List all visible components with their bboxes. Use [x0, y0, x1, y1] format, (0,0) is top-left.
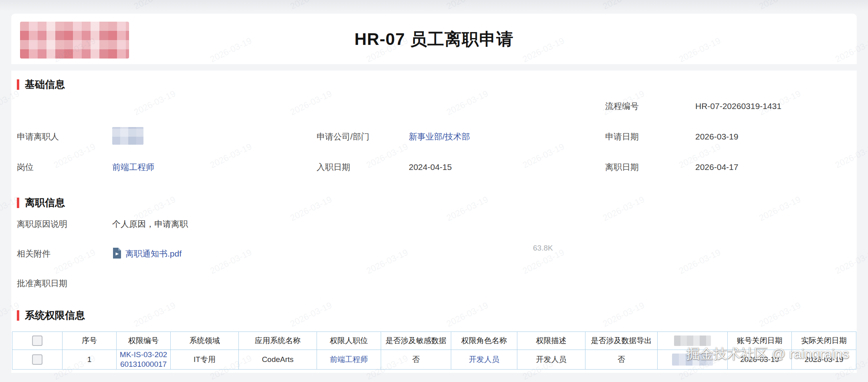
cell-app-name: CodeArts: [239, 350, 317, 370]
pdf-icon: [112, 247, 122, 261]
section-accent-bar: [17, 79, 19, 90]
row-approved-date: 批准离职日期: [11, 269, 857, 298]
company-dept-link[interactable]: 新事业部/技术部: [409, 132, 470, 141]
cell-data-export: 否: [585, 350, 658, 370]
header-perm-position: 权限人职位: [317, 332, 381, 350]
section-permissions-info: 系统权限信息: [11, 298, 857, 322]
entry-date-value: 2024-04-15: [409, 162, 605, 172]
attachment-link[interactable]: 离职通知书.pdf: [112, 247, 182, 261]
leave-date-label: 离职日期: [605, 162, 695, 173]
header-domain: 系统领域: [171, 332, 239, 350]
row-reason: 离职原因说明 个人原因，申请离职: [11, 209, 857, 239]
section-resign-info: 离职信息: [11, 182, 857, 209]
approved-date-label: 批准离职日期: [17, 278, 112, 289]
section-basic-title: 基础信息: [25, 78, 65, 91]
header-data-export: 是否涉及数据导出: [585, 332, 658, 350]
site-credit-watermark: 掘金技术社区 @ raingrains: [686, 345, 849, 363]
attachment-size: 63.8K: [533, 244, 553, 253]
section-permissions-title: 系统权限信息: [25, 309, 85, 322]
leave-date-value: 2026-04-17: [695, 162, 857, 172]
row-applicant: 申请离职人 申请公司/部门 新事业部/技术部 申请日期 2026-03-19: [11, 121, 857, 152]
cell-role-name-link[interactable]: 开发人员: [469, 355, 499, 364]
page-title: HR-07 员工离职申请: [11, 28, 857, 51]
row-attachment: 相关附件 离职通知书.pdf 63.8K: [11, 239, 857, 269]
attachment-filename: 离职通知书.pdf: [125, 248, 182, 259]
apply-date-value: 2026-03-19: [695, 132, 857, 141]
cell-perm-no-link[interactable]: MK-IS-03-20260131000017: [120, 350, 167, 368]
header-app-name: 应用系统名称: [239, 332, 317, 350]
position-label: 岗位: [17, 162, 112, 173]
entry-date-label: 入职日期: [317, 162, 409, 173]
top-strip: [0, 0, 868, 11]
row-position: 岗位 前端工程师 入职日期 2024-04-15 离职日期 2026-04-17: [11, 152, 857, 182]
company-dept-label: 申请公司/部门: [317, 131, 409, 142]
reason-value: 个人原因，申请离职: [112, 218, 317, 230]
header-role-name: 权限角色名称: [451, 332, 517, 350]
cell-domain: IT专用: [171, 350, 239, 370]
section-accent-bar: [17, 310, 19, 321]
attachment-label: 相关附件: [17, 248, 112, 259]
row-process-no: 流程编号 HR-07-20260319-1431: [11, 91, 857, 121]
process-no-value: HR-07-20260319-1431: [695, 101, 857, 111]
section-basic-info: 基础信息: [11, 71, 857, 91]
position-link[interactable]: 前端工程师: [112, 162, 154, 172]
cell-perm-desc: 开发人员: [517, 350, 585, 370]
apply-date-label: 申请日期: [605, 131, 695, 142]
cell-seq: 1: [63, 350, 117, 370]
header-perm-no: 权限编号: [117, 332, 171, 350]
select-all-checkbox[interactable]: [32, 336, 42, 346]
section-accent-bar: [17, 198, 19, 208]
form-body: 基础信息 流程编号 HR-07-20260319-1431 申请离职人 申请公司…: [11, 71, 857, 373]
applicant-value-redacted: [112, 127, 143, 145]
process-no-label: 流程编号: [605, 101, 695, 112]
applicant-label: 申请离职人: [17, 131, 112, 142]
form-header: HR-07 员工离职申请: [11, 14, 857, 64]
header-seq: 序号: [63, 332, 117, 350]
header-select-all: [12, 332, 63, 350]
bottom-strip: [0, 373, 868, 382]
reason-label: 离职原因说明: [17, 218, 112, 230]
section-resign-title: 离职信息: [25, 196, 65, 209]
row-select-checkbox[interactable]: [32, 354, 42, 365]
cell-perm-position-link[interactable]: 前端工程师: [330, 355, 368, 364]
header-sensitive-data: 是否涉及敏感数据: [381, 332, 451, 350]
cell-sensitive-data: 否: [381, 350, 451, 370]
header-perm-desc: 权限描述: [517, 332, 585, 350]
